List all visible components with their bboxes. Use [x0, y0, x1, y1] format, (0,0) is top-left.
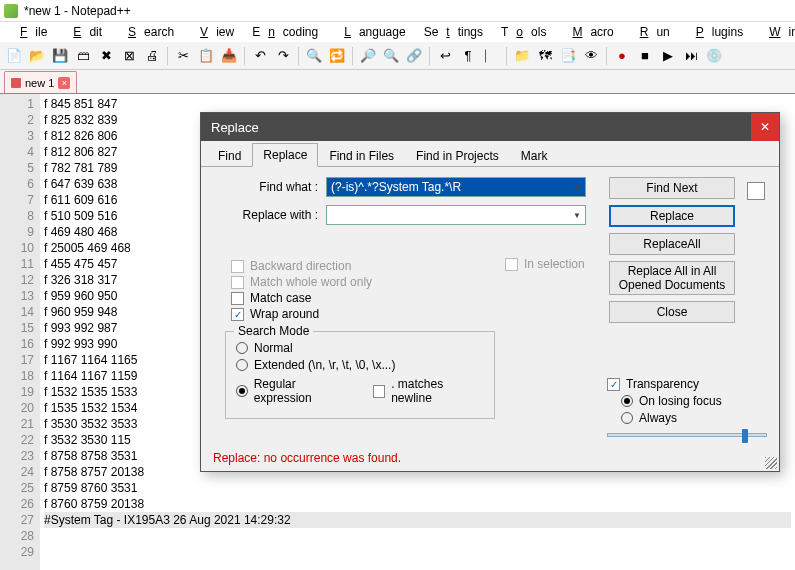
dialog-close-button[interactable]: ✕: [751, 113, 779, 141]
replace-icon[interactable]: 🔁: [327, 46, 347, 66]
menu-settings[interactable]: Settings: [416, 23, 491, 41]
resize-grip-icon[interactable]: [765, 457, 777, 469]
stop-icon[interactable]: ■: [635, 46, 655, 66]
match-case-checkbox[interactable]: Match case: [231, 291, 471, 305]
tab-replace[interactable]: Replace: [252, 143, 318, 167]
sync-icon[interactable]: 🔗: [404, 46, 424, 66]
save-macro-icon[interactable]: 💿: [704, 46, 724, 66]
in-selection-checkbox: In selection: [505, 257, 585, 271]
dot-newline-checkbox[interactable]: . matches newline: [373, 377, 484, 405]
status-message: Replace: no occurrence was found.: [201, 447, 779, 471]
tab-find-in-files[interactable]: Find in Files: [318, 144, 405, 167]
modified-doc-icon: [11, 78, 21, 88]
mode-normal-radio[interactable]: Normal: [236, 341, 484, 355]
doc-map-icon[interactable]: 🗺: [535, 46, 555, 66]
menu-run[interactable]: Run: [624, 23, 678, 41]
record-icon[interactable]: ●: [612, 46, 632, 66]
wrap-icon[interactable]: ↩: [435, 46, 455, 66]
hidden-chars-icon[interactable]: ¶: [458, 46, 478, 66]
dialog-tabs: Find Replace Find in Files Find in Proje…: [201, 141, 779, 167]
menu-macro[interactable]: Macro: [556, 23, 621, 41]
menu-tools[interactable]: Tools: [493, 23, 554, 41]
backward-checkbox: Backward direction: [231, 259, 471, 273]
search-mode-legend: Search Mode: [234, 324, 313, 338]
menu-file[interactable]: File: [4, 23, 55, 41]
replace-dialog: Replace ✕ Find Replace Find in Files Fin…: [200, 112, 780, 472]
transparency-slider[interactable]: [607, 433, 767, 437]
print-icon[interactable]: 🖨: [142, 46, 162, 66]
find-icon[interactable]: 🔍: [304, 46, 324, 66]
dialog-titlebar[interactable]: Replace ✕: [201, 113, 779, 141]
whole-word-checkbox: Match whole word only: [231, 275, 471, 289]
replace-with-label: Replace with :: [213, 208, 318, 222]
find-what-input[interactable]: [326, 177, 586, 197]
paste-icon[interactable]: 📥: [219, 46, 239, 66]
close-button[interactable]: Close: [609, 301, 735, 323]
menu-window[interactable]: Window: [753, 23, 795, 41]
window-titlebar: *new 1 - Notepad++: [0, 0, 795, 22]
menubar: File Edit Search View Encoding Language …: [0, 22, 795, 42]
menu-view[interactable]: View: [184, 23, 242, 41]
tab-find[interactable]: Find: [207, 144, 252, 167]
tab-find-in-projects[interactable]: Find in Projects: [405, 144, 510, 167]
window-title: *new 1 - Notepad++: [24, 4, 131, 18]
close-all-icon[interactable]: ⊠: [119, 46, 139, 66]
replace-all-button[interactable]: Replace All: [609, 233, 735, 255]
find-next-toggle[interactable]: [747, 182, 765, 200]
document-tab-label: new 1: [25, 77, 54, 89]
find-next-button[interactable]: Find Next: [609, 177, 735, 199]
tab-mark[interactable]: Mark: [510, 144, 559, 167]
func-list-icon[interactable]: 📑: [558, 46, 578, 66]
monitor-icon[interactable]: 👁: [581, 46, 601, 66]
zoom-in-icon[interactable]: 🔎: [358, 46, 378, 66]
wrap-around-checkbox[interactable]: ✓Wrap around: [231, 307, 471, 321]
close-icon[interactable]: ✖: [96, 46, 116, 66]
find-what-label: Find what :: [213, 180, 318, 194]
undo-icon[interactable]: ↶: [250, 46, 270, 66]
zoom-out-icon[interactable]: 🔍: [381, 46, 401, 66]
menu-encoding[interactable]: Encoding: [244, 23, 326, 41]
chevron-down-icon[interactable]: ▼: [570, 207, 584, 223]
menu-search[interactable]: Search: [112, 23, 182, 41]
redo-icon[interactable]: ↷: [273, 46, 293, 66]
replace-button[interactable]: Replace: [609, 205, 735, 227]
tab-close-icon[interactable]: ×: [58, 77, 70, 89]
save-icon[interactable]: 💾: [50, 46, 70, 66]
app-icon: [4, 4, 18, 18]
replace-all-opened-button[interactable]: Replace All in All Opened Documents: [609, 261, 735, 295]
menu-language[interactable]: Language: [328, 23, 413, 41]
transparency-always-radio[interactable]: Always: [621, 411, 767, 425]
folder-icon[interactable]: 📁: [512, 46, 532, 66]
dialog-title: Replace: [211, 120, 259, 135]
open-file-icon[interactable]: 📂: [27, 46, 47, 66]
cut-icon[interactable]: ✂: [173, 46, 193, 66]
new-file-icon[interactable]: 📄: [4, 46, 24, 66]
mode-regex-radio[interactable]: Regular expression . matches newline: [236, 375, 484, 407]
indent-guide-icon[interactable]: ⎸: [481, 46, 501, 66]
transparency-checkbox[interactable]: ✓Transparency: [607, 377, 767, 391]
menu-edit[interactable]: Edit: [57, 23, 110, 41]
menu-plugins[interactable]: Plugins: [680, 23, 751, 41]
play-multi-icon[interactable]: ⏭: [681, 46, 701, 66]
toolbar: 📄 📂 💾 🗃 ✖ ⊠ 🖨 ✂ 📋 📥 ↶ ↷ 🔍 🔁 🔎 🔍 🔗 ↩ ¶ ⎸ …: [0, 42, 795, 70]
transparency-on-losing-radio[interactable]: On losing focus: [621, 394, 767, 408]
copy-icon[interactable]: 📋: [196, 46, 216, 66]
document-tab[interactable]: new 1 ×: [4, 71, 77, 93]
replace-with-input[interactable]: [326, 205, 586, 225]
play-icon[interactable]: ▶: [658, 46, 678, 66]
document-tabbar: new 1 ×: [0, 70, 795, 94]
chevron-down-icon[interactable]: ▼: [570, 179, 584, 195]
save-all-icon[interactable]: 🗃: [73, 46, 93, 66]
mode-extended-radio[interactable]: Extended (\n, \r, \t, \0, \x...): [236, 358, 484, 372]
line-number-gutter: 1234567891011121314151617181920212223242…: [0, 94, 40, 570]
